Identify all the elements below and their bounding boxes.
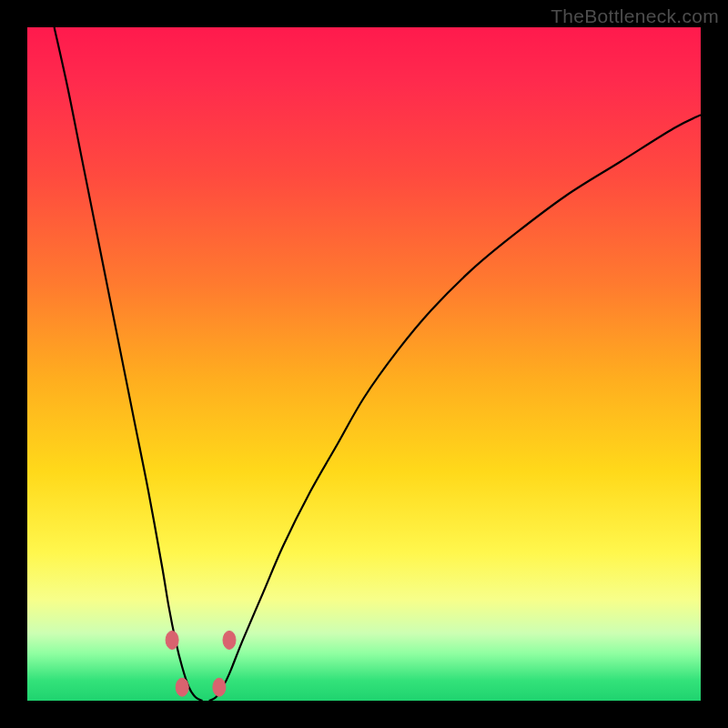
- watermark-text: TheBottleneck.com: [551, 5, 719, 27]
- chart-frame: TheBottleneck.com: [0, 0, 728, 728]
- data-marker: [166, 631, 178, 649]
- left-curve: [55, 27, 203, 701]
- marker-group: [166, 631, 236, 696]
- plot-area: [27, 27, 701, 701]
- curve-layer: [27, 27, 701, 701]
- data-marker: [176, 678, 188, 696]
- right-curve: [209, 115, 701, 701]
- data-marker: [223, 631, 236, 649]
- data-marker: [213, 678, 226, 696]
